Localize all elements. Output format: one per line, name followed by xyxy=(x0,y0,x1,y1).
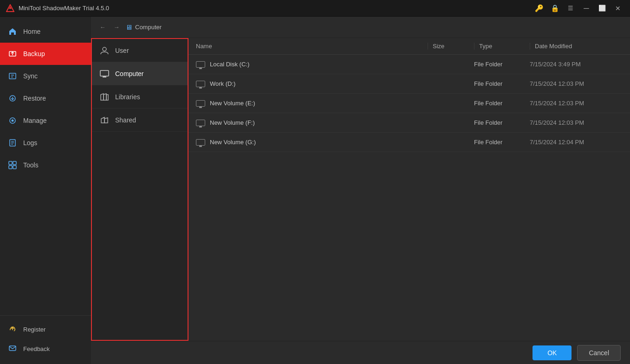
file-name-cell: New Volume (G:) xyxy=(196,139,428,146)
sidebar: Home Backup xyxy=(0,17,91,364)
file-date-cell: 7/15/2024 12:03 PM xyxy=(530,80,623,87)
file-browser: User Computer xyxy=(91,38,630,341)
maximize-button[interactable]: ⬜ xyxy=(596,2,609,15)
window-controls: 🔑 🔒 ☰ ─ ⬜ ✕ xyxy=(533,2,624,15)
sidebar-item-feedback[interactable]: Feedback xyxy=(0,339,91,358)
table-row[interactable]: New Volume (G:) File Folder 7/15/2024 12… xyxy=(188,133,630,152)
sidebar-item-home[interactable]: Home xyxy=(0,20,91,43)
table-row[interactable]: Work (D:) File Folder 7/15/2024 12:03 PM xyxy=(188,74,630,94)
feedback-icon xyxy=(7,344,18,354)
libraries-folder-icon xyxy=(99,92,110,102)
folder-item-shared[interactable]: Shared xyxy=(92,109,188,132)
table-row[interactable]: New Volume (E:) File Folder 7/15/2024 12… xyxy=(188,94,630,113)
computer-bc-icon: 🖥 xyxy=(125,23,132,31)
lock-icon-btn[interactable]: 🔒 xyxy=(548,2,561,15)
ok-button[interactable]: OK xyxy=(533,345,572,360)
menu-icon: ☰ xyxy=(568,5,573,12)
title-bar: MiniTool ShadowMaker Trial 4.5.0 🔑 🔒 ☰ ─… xyxy=(0,0,630,17)
file-name-cell: New Volume (F:) xyxy=(196,119,428,126)
register-icon xyxy=(7,324,18,334)
file-name-cell: Local Disk (C:) xyxy=(196,61,428,68)
app-logo xyxy=(6,4,15,13)
file-date-cell: 7/15/2024 12:03 PM xyxy=(530,119,623,126)
sidebar-item-backup[interactable]: Backup xyxy=(0,43,91,65)
back-arrow[interactable]: ← xyxy=(97,22,108,32)
restore-icon xyxy=(7,93,18,103)
menu-icon-btn[interactable]: ☰ xyxy=(564,2,577,15)
folder-item-libraries[interactable]: Libraries xyxy=(92,85,188,109)
sidebar-bottom: Register Feedback xyxy=(0,315,91,364)
forward-arrow[interactable]: → xyxy=(111,22,122,32)
shared-folder-icon xyxy=(99,115,110,125)
manage-icon xyxy=(7,115,18,126)
logs-icon xyxy=(7,138,18,148)
sidebar-item-manage[interactable]: Manage xyxy=(0,109,91,132)
col-size: Size xyxy=(428,43,474,50)
sidebar-item-tools[interactable]: Tools xyxy=(0,154,91,176)
svg-rect-16 xyxy=(13,161,16,165)
tools-icon xyxy=(7,160,18,170)
content-area: ← → 🖥 Computer User xyxy=(91,17,630,364)
backup-icon xyxy=(7,49,18,59)
sidebar-item-restore[interactable]: Restore xyxy=(0,87,91,109)
col-name: Name xyxy=(196,43,428,50)
close-button[interactable]: ✕ xyxy=(611,2,624,15)
sidebar-item-register[interactable]: Register xyxy=(0,319,91,339)
app-title: MiniTool ShadowMaker Trial 4.5.0 xyxy=(19,5,533,12)
drive-icon xyxy=(196,120,205,126)
folder-item-user[interactable]: User xyxy=(92,39,188,62)
action-bar: OK Cancel xyxy=(91,341,630,364)
sync-icon xyxy=(7,71,18,81)
svg-rect-17 xyxy=(9,166,12,169)
col-type: Type xyxy=(474,43,530,50)
file-name-cell: Work (D:) xyxy=(196,80,428,87)
file-date-cell: 7/15/2024 3:49 PM xyxy=(530,61,623,68)
svg-rect-4 xyxy=(9,73,16,79)
file-date-cell: 7/15/2024 12:03 PM xyxy=(530,100,623,107)
drive-icon xyxy=(196,81,205,87)
lock-icon: 🔒 xyxy=(551,4,559,13)
drive-icon xyxy=(196,61,205,68)
sidebar-item-logs[interactable]: Logs xyxy=(0,132,91,154)
file-type-cell: File Folder xyxy=(474,100,530,107)
breadcrumb-bar: ← → 🖥 Computer xyxy=(91,17,630,38)
breadcrumb: 🖥 Computer xyxy=(125,23,162,31)
file-list-header: Name Size Type Date Modified xyxy=(188,38,630,55)
file-type-cell: File Folder xyxy=(474,80,530,87)
file-date-cell: 7/15/2024 12:04 PM xyxy=(530,139,623,146)
svg-rect-15 xyxy=(9,161,12,165)
minimize-button[interactable]: ─ xyxy=(580,2,593,15)
key-icon-btn[interactable]: 🔑 xyxy=(533,2,546,15)
key-icon: 🔑 xyxy=(535,4,544,13)
drive-icon xyxy=(196,139,205,146)
svg-point-10 xyxy=(12,120,14,122)
cancel-button[interactable]: Cancel xyxy=(577,345,621,361)
table-row[interactable]: Local Disk (C:) File Folder 7/15/2024 3:… xyxy=(188,55,630,74)
sidebar-item-sync[interactable]: Sync xyxy=(0,65,91,87)
file-rows-container: Local Disk (C:) File Folder 7/15/2024 3:… xyxy=(188,55,630,152)
svg-point-20 xyxy=(103,47,106,51)
table-row[interactable]: New Volume (F:) File Folder 7/15/2024 12… xyxy=(188,113,630,133)
file-type-cell: File Folder xyxy=(474,139,530,146)
file-list-panel: Name Size Type Date Modified Local Disk … xyxy=(188,38,630,341)
svg-rect-19 xyxy=(9,346,16,351)
app-body: Home Backup xyxy=(0,17,630,364)
home-icon xyxy=(7,26,18,37)
drive-icon xyxy=(196,100,205,107)
folder-panel: User Computer xyxy=(91,38,188,341)
computer-folder-icon xyxy=(99,69,110,79)
folder-item-computer[interactable]: Computer xyxy=(92,62,188,85)
file-type-cell: File Folder xyxy=(474,61,530,68)
svg-rect-21 xyxy=(100,70,109,76)
col-date: Date Modified xyxy=(530,43,623,50)
file-type-cell: File Folder xyxy=(474,119,530,126)
file-name-cell: New Volume (E:) xyxy=(196,100,428,107)
user-folder-icon xyxy=(99,45,110,56)
svg-rect-18 xyxy=(13,166,16,169)
sidebar-nav: Home Backup xyxy=(0,17,91,315)
